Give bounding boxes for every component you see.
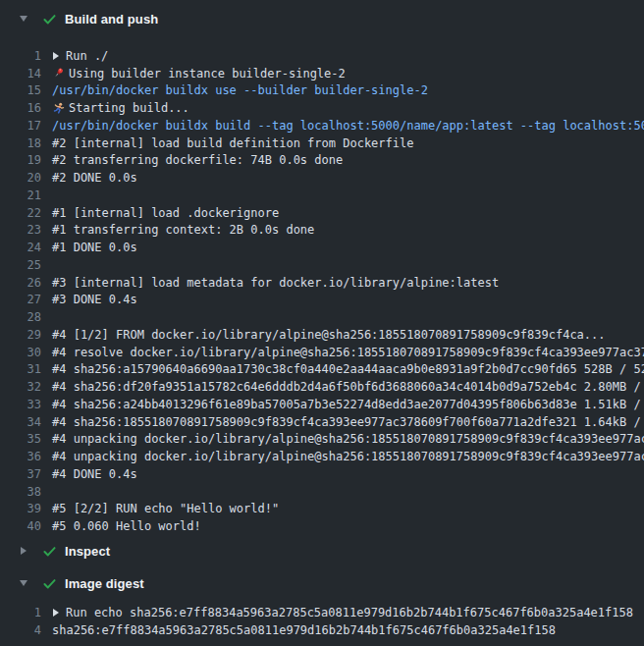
run-arrow-icon[interactable] [53, 52, 59, 60]
log-line: 20 #2 DONE 0.0s [0, 169, 644, 187]
section-title: Inspect [65, 544, 110, 559]
log-line: 23 #1 transferring context: 2B 0.0s done [0, 222, 644, 240]
log-line: 33 #4 sha256:a24bb4013296f61e89ba57005a7… [0, 396, 644, 413]
line-text: #4 resolve docker.io/library/alpine@sha2… [52, 346, 644, 359]
line-text: Using builder instance builder-single-2 [69, 67, 346, 81]
run-arrow-icon[interactable] [53, 609, 59, 617]
line-text: #2 [internal] load build definition from… [52, 136, 413, 150]
log-line: 30 #4 resolve docker.io/library/alpine@s… [0, 344, 644, 361]
line-number[interactable]: 1 [0, 606, 41, 619]
log-section-image-digest: Image digest 1 Run echo sha256:e7ff8834a… [0, 573, 644, 639]
line-number[interactable]: 15 [0, 83, 41, 97]
line-number[interactable]: 33 [0, 398, 41, 411]
log-line: 37 #4 DONE 0.4s [0, 465, 644, 483]
log-line: 19 #2 transferring dockerfile: 74B 0.0s … [0, 152, 644, 170]
line-number[interactable]: 17 [0, 119, 41, 133]
log-line: 1 Run ./ [0, 47, 644, 65]
log-line: 16 Starting build... [0, 99, 644, 117]
log-line: 29 #4 [1/2] FROM docker.io/library/alpin… [0, 326, 644, 344]
line-text: #5 0.060 Hello world! [52, 519, 201, 533]
line-number[interactable]: 21 [0, 188, 41, 202]
line-number[interactable]: 29 [0, 328, 41, 342]
log-line: 34 #4 sha256:185518070891758909c9f839cf4… [0, 413, 644, 431]
line-number[interactable]: 40 [0, 519, 41, 533]
line-text: /usr/bin/docker buildx use --builder bui… [52, 83, 428, 97]
section-title: Build and push [65, 12, 158, 27]
log-line: 36 #4 unpacking docker.io/library/alpine… [0, 448, 644, 465]
log-section-inspect: Inspect [0, 541, 644, 561]
line-number[interactable]: 38 [0, 485, 41, 499]
log-line: 21 [0, 187, 644, 204]
log-line: 39 #5 [2/2] RUN echo "Hello world!" [0, 501, 644, 518]
chevron-box [19, 547, 28, 555]
line-number[interactable]: 35 [0, 432, 41, 446]
log-line: 38 [0, 483, 644, 501]
line-number[interactable]: 16 [0, 101, 41, 115]
chevron-right-icon[interactable] [21, 547, 27, 555]
log-lines: 1 Run ./ 14 Using builder instance build… [0, 47, 644, 535]
log-line: 32 #4 sha256:df20fa9351a15782c64e6dddb2d… [0, 378, 644, 396]
log-line: 26 #3 [internal] load metadata for docke… [0, 274, 644, 292]
line-number[interactable]: 30 [0, 346, 41, 359]
line-number[interactable]: 19 [0, 153, 41, 167]
line-text: #5 [2/2] RUN echo "Hello world!" [52, 502, 279, 515]
line-text: #4 unpacking docker.io/library/alpine@sh… [52, 432, 644, 446]
log-line: 4 sha256:e7ff8834a5963a2785c5a0811e979d1… [0, 621, 644, 639]
log-line: 1 Run echo sha256:e7ff8834a5963a2785c5a0… [0, 604, 644, 621]
line-number[interactable]: 14 [0, 67, 41, 81]
check-success-icon [42, 544, 57, 559]
section-header-inspect[interactable]: Inspect [0, 541, 644, 561]
line-number[interactable]: 18 [0, 136, 41, 150]
line-number[interactable]: 36 [0, 450, 41, 463]
line-text: #1 DONE 0.0s [52, 241, 137, 254]
line-text: #4 sha256:df20fa9351a15782c64e6dddb2d4a6… [52, 380, 644, 394]
line-text: sha256:e7ff8834a5963a2785c5a0811e979d16b… [52, 623, 556, 637]
line-number[interactable]: 39 [0, 502, 41, 515]
section-header-image-digest[interactable]: Image digest [0, 573, 644, 593]
line-number[interactable]: 37 [0, 467, 41, 481]
log-line: 28 [0, 308, 644, 326]
actions-log-viewer: Build and push 1 Run ./ 14 Using builder… [0, 0, 644, 646]
log-line: 25 [0, 256, 644, 274]
line-text: #2 transferring dockerfile: 74B 0.0s don… [52, 153, 343, 167]
check-success-icon [42, 12, 57, 27]
line-text: #4 [1/2] FROM docker.io/library/alpine@s… [52, 328, 606, 342]
line-text: #3 [internal] load metadata for docker.i… [52, 276, 499, 290]
log-line: 18 #2 [internal] load build definition f… [0, 135, 644, 152]
log-line: 31 #4 sha256:a15790640a6690aa1730c38cf0a… [0, 361, 644, 379]
chevron-down-icon[interactable] [20, 580, 27, 586]
check-success-icon [42, 576, 57, 591]
line-text: #4 sha256:185518070891758909c9f839cf4ca3… [52, 415, 644, 429]
line-text: #1 [internal] load .dockerignore [52, 206, 279, 220]
line-number[interactable]: 27 [0, 293, 41, 306]
line-number[interactable]: 34 [0, 415, 41, 429]
section-title: Image digest [65, 576, 144, 591]
log-line: 40 #5 0.060 Hello world! [0, 517, 644, 535]
line-number[interactable]: 31 [0, 362, 41, 376]
line-text: #4 sha256:a15790640a6690aa1730c38cf0a440… [52, 362, 644, 376]
chevron-down-icon[interactable] [20, 16, 27, 22]
line-number[interactable]: 24 [0, 241, 41, 254]
line-number[interactable]: 4 [0, 623, 41, 637]
line-number[interactable]: 26 [0, 276, 41, 290]
chevron-box [19, 16, 28, 22]
log-line: 15 /usr/bin/docker buildx use --builder … [0, 82, 644, 100]
line-number[interactable]: 28 [0, 310, 41, 324]
line-text: #2 DONE 0.0s [52, 171, 137, 185]
log-line: 22 #1 [internal] load .dockerignore [0, 204, 644, 222]
line-number[interactable]: 22 [0, 206, 41, 220]
line-text: #4 unpacking docker.io/library/alpine@sh… [52, 450, 644, 463]
line-number[interactable]: 32 [0, 380, 41, 394]
line-number[interactable]: 1 [0, 49, 41, 63]
line-text: #3 DONE 0.4s [52, 293, 137, 306]
line-text: Starting build... [69, 101, 189, 115]
line-number[interactable]: 25 [0, 258, 41, 272]
log-line: 24 #1 DONE 0.0s [0, 239, 644, 256]
line-number[interactable]: 20 [0, 171, 41, 185]
line-number[interactable]: 23 [0, 223, 41, 237]
chevron-box [19, 580, 28, 586]
line-text: #4 sha256:a24bb4013296f61e89ba57005a7b3e… [52, 398, 644, 411]
pushpin-icon [52, 67, 65, 80]
section-header-build-and-push[interactable]: Build and push [0, 9, 644, 28]
line-text: /usr/bin/docker buildx build --tag local… [52, 119, 644, 133]
